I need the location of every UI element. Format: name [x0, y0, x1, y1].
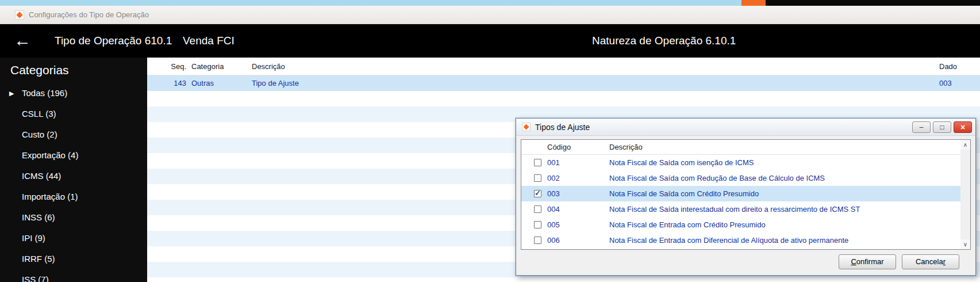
sidebar-items: ▶ Todas (196) CSLL (3) Custo (2) Exporta…	[0, 83, 147, 282]
list-row-001[interactable]: 001 Nota Fiscal de Saída com isenção de …	[521, 155, 960, 170]
list-col-descricao: Descrição	[609, 140, 643, 155]
row-codigo: 003	[547, 186, 560, 201]
sidebar-item-csll[interactable]: CSLL (3)	[0, 104, 147, 124]
operation-nature: Natureza de Operação 6.10.1	[592, 24, 736, 58]
scroll-up-icon[interactable]: ∧	[960, 140, 970, 150]
row-codigo: 002	[547, 170, 560, 186]
confirm-button[interactable]: Confirmar	[839, 254, 896, 269]
operation-subtitle: Venda FCI	[183, 24, 235, 58]
list-row-003[interactable]: 003 Nota Fiscal de Saída com Crédito Pre…	[521, 186, 960, 201]
operation-title: Tipo de Operação 610.1	[55, 24, 172, 58]
sidebar-item-icms[interactable]: ICMS (44)	[0, 166, 147, 186]
cancel-button[interactable]: Cancelar	[902, 254, 959, 269]
dialog-title: Tipos de Ajuste	[535, 123, 590, 132]
row-checkbox[interactable]	[534, 237, 541, 244]
window-titlebar[interactable]: Configurações do Tipo de Operação	[0, 6, 980, 24]
row-codigo: 005	[547, 217, 560, 233]
sidebar-item-label: Importação (1)	[22, 192, 78, 201]
sidebar-item-label: IRRF (5)	[22, 254, 55, 264]
strip-blue	[0, 0, 741, 6]
list-col-codigo: Código	[547, 140, 571, 155]
dialog-window-buttons: – □ ×	[912, 121, 972, 133]
list-header-row: Código Descrição	[521, 140, 970, 155]
expand-triangle-icon: ▶	[9, 83, 14, 104]
app-icon	[15, 10, 24, 20]
window-title: Configurações do Tipo de Operação	[29, 10, 149, 19]
row-codigo: 004	[547, 201, 560, 217]
sidebar-item-todas[interactable]: ▶ Todas (196)	[0, 83, 147, 104]
dialog-buttons: Confirmar Cancelar	[839, 254, 959, 269]
sidebar-item-label: INSS (6)	[22, 212, 55, 222]
categories-sidebar: Categorias ▶ Todas (196) CSLL (3) Custo …	[0, 58, 147, 282]
ajustes-list: Código Descrição 001 Nota Fiscal de Saíd…	[521, 139, 971, 250]
sidebar-item-ipi[interactable]: IPI (9)	[0, 228, 147, 249]
maximize-button[interactable]: □	[933, 121, 951, 133]
table-header-row: Seq. Categoria Descrição Dado	[147, 58, 980, 75]
sidebar-item-label: Exportação (4)	[22, 150, 78, 160]
sidebar-item-label: ICMS (44)	[22, 171, 61, 181]
dialog-titlebar[interactable]: Tipos de Ajuste – □ ×	[516, 119, 975, 136]
screen: Configurações do Tipo de Operação ← Tipo…	[0, 0, 980, 282]
col-header-categoria: Categoria	[191, 58, 224, 75]
list-scrollbar[interactable]: ∧ ∨	[960, 140, 970, 249]
row-codigo: 001	[547, 155, 560, 170]
col-header-dado: Dado	[939, 58, 957, 75]
sidebar-item-custo[interactable]: Custo (2)	[0, 124, 147, 145]
sidebar-item-inss[interactable]: INSS (6)	[0, 207, 147, 228]
confirm-rest: onfirmar	[856, 257, 884, 266]
strip-orange	[741, 0, 766, 6]
row-descricao: Nota Fiscal de Saída com Crédito Presumi…	[609, 186, 759, 201]
list-row-006[interactable]: 006 Nota Fiscal de Entrada com Diferenci…	[521, 233, 960, 248]
row-descricao: Nota Fiscal de Saída interestadual com d…	[609, 201, 860, 217]
cell-dado: 003	[939, 75, 952, 91]
row-checkbox[interactable]	[534, 174, 541, 182]
cancel-accel: r	[943, 257, 946, 266]
sidebar-item-iss[interactable]: ISS (7)	[0, 269, 147, 282]
back-button[interactable]: ←	[14, 24, 31, 58]
list-row-002[interactable]: 002 Nota Fiscal de Saída com Redução de …	[521, 170, 960, 186]
row-checkbox[interactable]	[534, 205, 541, 213]
sidebar-item-label: CSLL (3)	[22, 109, 56, 119]
row-codigo: 006	[547, 233, 560, 248]
sidebar-item-label: ISS (7)	[22, 275, 49, 282]
sidebar-item-importacao[interactable]: Importação (1)	[0, 186, 147, 207]
cell-categoria: Outras	[191, 75, 214, 91]
row-checkbox[interactable]	[534, 190, 541, 197]
cancel-pre: Cancela	[916, 257, 943, 266]
list-rows: 001 Nota Fiscal de Saída com isenção de …	[521, 155, 960, 248]
sidebar-item-irrf[interactable]: IRRF (5)	[0, 249, 147, 269]
cell-descricao: Tipo de Ajuste	[252, 75, 299, 91]
minimize-button[interactable]: –	[912, 121, 931, 133]
cell-seq: 143	[161, 75, 186, 91]
list-row-004[interactable]: 004 Nota Fiscal de Saída interestadual c…	[521, 201, 960, 217]
background-window-strip	[0, 0, 980, 6]
sidebar-item-label: Todas (196)	[22, 88, 67, 98]
sidebar-item-exportacao[interactable]: Exportação (4)	[0, 145, 147, 166]
row-descricao: Nota Fiscal de Saída com isenção de ICMS	[609, 155, 754, 170]
dialog-app-icon	[522, 123, 531, 131]
row-descricao: Nota Fiscal de Entrada com Crédito Presu…	[609, 217, 766, 233]
scroll-down-icon[interactable]: ∨	[960, 239, 970, 249]
close-button[interactable]: ×	[954, 121, 972, 133]
row-checkbox[interactable]	[534, 159, 541, 166]
col-header-descricao: Descrição	[252, 58, 285, 75]
row-checkbox[interactable]	[534, 221, 541, 228]
strip-black	[766, 0, 980, 6]
confirm-accel: C	[851, 257, 856, 266]
tipos-de-ajuste-dialog: Tipos de Ajuste – □ × Código Descrição 0…	[516, 118, 976, 276]
sidebar-item-label: Custo (2)	[22, 129, 57, 139]
sidebar-title: Categorias	[10, 63, 69, 77]
row-descricao: Nota Fiscal de Entrada com Diferencial d…	[609, 233, 848, 248]
list-row-005[interactable]: 005 Nota Fiscal de Entrada com Crédito P…	[521, 217, 960, 233]
sidebar-item-label: IPI (9)	[22, 233, 45, 243]
operation-header: ← Tipo de Operação 610.1 Venda FCI Natur…	[0, 24, 980, 58]
col-header-seq: Seq.	[161, 58, 186, 75]
table-row-selected[interactable]: 143 Outras Tipo de Ajuste 003	[147, 75, 980, 91]
row-descricao: Nota Fiscal de Saída com Redução de Base…	[609, 170, 825, 186]
